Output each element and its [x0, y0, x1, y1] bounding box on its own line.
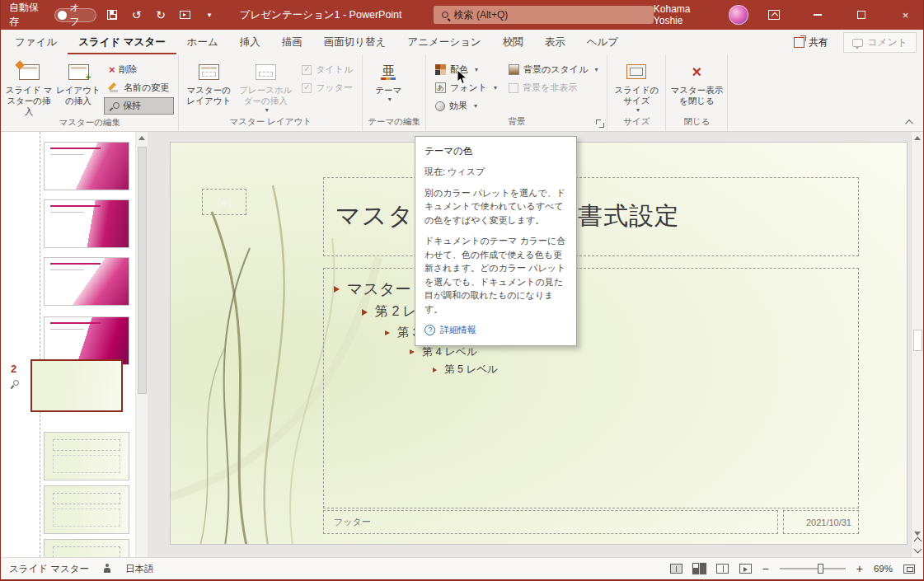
insert-layout-button[interactable]: + レイアウトの挿入 [54, 57, 102, 117]
language-label[interactable]: 日本語 [125, 563, 154, 575]
layout-thumbnail[interactable] [44, 432, 129, 480]
search-box[interactable]: 検索 (Alt+Q) [434, 6, 654, 24]
tab-slide-master[interactable]: スライド マスター [68, 30, 176, 54]
ribbon: スライド マスターの挿入 + レイアウトの挿入 × 削除 名前の変更 [1, 54, 923, 132]
title-placeholder[interactable]: マスター タイトルの書式設定 [323, 177, 859, 256]
zoom-in-button[interactable]: + [856, 564, 863, 574]
close-master-view-button[interactable]: × マスター表示を閉じる [670, 57, 723, 116]
title-checkbox[interactable]: タイトル [297, 61, 358, 78]
minimize-icon [814, 14, 822, 16]
status-bar: スライド マスター 日本語 − + 69% [1, 557, 923, 579]
close-button[interactable]: × [888, 0, 923, 30]
vertical-scrollbar[interactable] [911, 132, 923, 557]
comments-button[interactable]: コメント [843, 32, 917, 53]
minimize-button[interactable] [800, 0, 836, 30]
layout-thumbnail[interactable] [44, 485, 129, 534]
hide-background-checkbox[interactable]: 背景を非表示 [504, 79, 603, 96]
tab-review[interactable]: 校閲 [492, 30, 534, 54]
powerpoint-window: 自動保存 オフ ↺ ↻ ▾ プレゼンテーション1 - PowerPoint 検索… [0, 0, 924, 581]
scroll-down-icon [914, 532, 921, 536]
tab-insert[interactable]: 挿入 [229, 30, 271, 54]
ribbon-options-icon [768, 10, 780, 20]
arrow-bullet-icon [362, 309, 368, 316]
insert-slide-master-button[interactable]: スライド マスターの挿入 [5, 57, 53, 117]
layout-thumbnail[interactable] [44, 539, 129, 557]
accessibility-icon[interactable] [102, 564, 112, 574]
insert-slide-master-icon [19, 64, 40, 80]
effects-button[interactable]: 効果 [430, 97, 502, 115]
save-button[interactable] [103, 6, 120, 24]
group-label-edit-theme: テーマの編集 [363, 116, 425, 131]
undo-button[interactable]: ↺ [128, 6, 145, 24]
rename-button[interactable]: 名前の変更 [104, 79, 174, 96]
tab-animations[interactable]: アニメーション [396, 30, 491, 54]
selected-master-thumbnail[interactable] [30, 359, 123, 412]
group-edit-theme: 亜 テーマ テーマの編集 [363, 54, 426, 131]
redo-button[interactable]: ↻ [152, 6, 169, 24]
share-icon [794, 37, 804, 48]
document-title: プレゼンテーション1 - PowerPoint [240, 8, 402, 22]
fonts-icon [435, 82, 446, 93]
tab-help[interactable]: ヘルプ [576, 30, 629, 54]
share-button[interactable]: 共有 [786, 33, 837, 52]
autosave-state: オフ [70, 1, 90, 29]
tab-transitions[interactable]: 画面切り替え [313, 30, 397, 54]
arrow-bullet-icon [410, 349, 415, 354]
group-label-background: 背景 [426, 116, 607, 131]
maximize-button[interactable] [844, 0, 879, 30]
dialog-launcher-icon[interactable] [596, 119, 604, 128]
tab-view[interactable]: 表示 [534, 30, 576, 54]
tab-file[interactable]: ファイル [4, 30, 68, 54]
ribbon-display-options-button[interactable] [757, 0, 792, 30]
zoom-slider-handle[interactable] [818, 564, 823, 574]
tooltip-paragraph: ドキュメントのテーマ カラーに合わせて、色の作成で使える色も更新されます。どのカ… [424, 234, 567, 316]
zoom-out-button[interactable]: − [762, 564, 769, 574]
scrollbar-thumb[interactable] [913, 330, 922, 351]
body-placeholder[interactable]: マスター テキストの書式設定 第 2 レベル 第 3 レベル 第 4 レベル 第… [323, 268, 859, 508]
themes-button[interactable]: 亜 テーマ [367, 57, 410, 116]
background-styles-button[interactable]: 背景のスタイル [504, 61, 603, 78]
slide-size-icon [626, 64, 646, 79]
layout-thumbnail[interactable] [44, 257, 129, 306]
slideshow-view-button[interactable] [739, 564, 752, 574]
close-master-icon: × [692, 63, 702, 81]
delete-button[interactable]: × 削除 [104, 61, 174, 78]
slide-sorter-button[interactable] [693, 564, 706, 574]
avatar[interactable] [729, 5, 748, 25]
collapse-ribbon-button[interactable] [903, 116, 917, 128]
previous-slide-icon[interactable] [913, 537, 922, 546]
layout-thumbnail[interactable] [44, 199, 129, 248]
master-layout-button[interactable]: マスターのレイアウト [183, 57, 234, 116]
slide-number-placeholder[interactable]: (#) [202, 189, 246, 215]
thumbnail-scrollbar[interactable] [135, 132, 148, 557]
scroll-up-icon [138, 136, 145, 140]
zoom-slider[interactable] [780, 568, 846, 569]
slide-size-button[interactable]: スライドのサイズ [612, 57, 661, 116]
layout-thumbnail[interactable] [44, 142, 129, 190]
footer-placeholder[interactable]: フッター [323, 510, 778, 534]
bullet-level-4: 第 4 レベル [410, 344, 477, 359]
tab-draw[interactable]: 描画 [271, 30, 313, 54]
normal-view-button[interactable] [670, 564, 682, 574]
layout-thumbnail[interactable] [44, 316, 129, 365]
zoom-level[interactable]: 69% [874, 564, 893, 574]
learn-more-link[interactable]: 詳細情報 [424, 323, 567, 337]
insert-placeholder-button[interactable]: プレースホルダーの挿入 [236, 57, 295, 116]
tab-home[interactable]: ホーム [176, 30, 229, 54]
start-slideshow-button[interactable] [176, 6, 194, 24]
autosave-label: 自動保存 [9, 1, 48, 29]
reading-view-button[interactable] [716, 564, 729, 574]
view-status-label: スライド マスター [9, 563, 89, 575]
autosave-toggle[interactable]: オフ [54, 8, 97, 22]
customize-qat-button[interactable]: ▾ [200, 6, 218, 24]
footer-checkbox[interactable]: フッター [297, 79, 358, 96]
group-label-close: 閉じる [666, 116, 727, 131]
preserve-button[interactable]: 保持 [104, 97, 174, 115]
fit-to-window-icon[interactable] [903, 565, 915, 574]
scrollbar-thumb[interactable] [138, 147, 147, 394]
chevron-up-icon [905, 119, 913, 127]
chevron-down-icon: ▾ [208, 11, 212, 19]
group-size: スライドのサイズ サイズ [607, 54, 666, 131]
date-placeholder[interactable]: 2021/10/31 [783, 510, 859, 534]
arrow-bullet-icon [385, 330, 390, 335]
